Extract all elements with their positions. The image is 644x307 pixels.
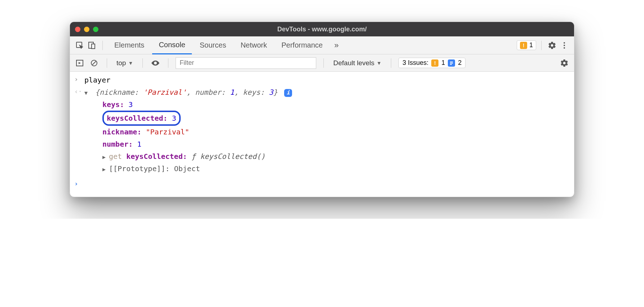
- divider: [107, 58, 107, 68]
- divider: [391, 58, 391, 68]
- clear-console-icon[interactable]: [89, 58, 100, 68]
- tab-elements[interactable]: Elements: [108, 36, 151, 54]
- filter-input[interactable]: [176, 57, 316, 69]
- devtools-window: DevTools - www.google.com/ Elements Cons…: [70, 22, 574, 197]
- inspect-element-icon[interactable]: [74, 40, 85, 51]
- kebab-menu-icon[interactable]: [559, 40, 570, 51]
- levels-label: Default levels: [333, 59, 374, 67]
- execution-context-selector[interactable]: top ▼: [114, 59, 135, 67]
- svg-point-3: [564, 42, 565, 44]
- warning-icon: !: [431, 59, 438, 67]
- svg-line-8: [92, 61, 96, 65]
- log-levels-selector[interactable]: Default levels ▼: [331, 59, 384, 67]
- top-issues-badge[interactable]: ! 1: [517, 40, 536, 50]
- divider: [541, 41, 542, 50]
- settings-gear-icon[interactable]: [547, 40, 557, 51]
- divider: [142, 58, 143, 68]
- live-expression-eye-icon[interactable]: [150, 58, 161, 68]
- highlight-annotation: keysCollected: 3: [102, 111, 181, 126]
- svg-rect-10: [450, 63, 453, 63]
- output-caret-icon: ‹·: [74, 86, 84, 97]
- console-input-line[interactable]: › player: [70, 74, 574, 86]
- window-title: DevTools - www.google.com/: [70, 26, 574, 33]
- minimize-window-button[interactable]: [84, 27, 89, 32]
- window-titlebar: DevTools - www.google.com/: [70, 22, 574, 36]
- svg-point-5: [564, 47, 565, 49]
- info-icon[interactable]: i: [284, 89, 292, 97]
- top-issues-count: 1: [529, 41, 533, 49]
- chevron-down-icon: ▼: [128, 60, 133, 66]
- object-prototype[interactable]: ▶[[Prototype]]: Object: [70, 163, 574, 175]
- disclosure-triangle-open-icon[interactable]: ▼: [84, 89, 91, 98]
- tab-network[interactable]: Network: [234, 36, 273, 54]
- issues-label: 3 Issues:: [402, 59, 428, 67]
- svg-rect-9: [450, 62, 453, 62]
- warning-icon: !: [520, 42, 527, 49]
- issues-info-count: 2: [458, 59, 462, 67]
- disclosure-triangle-closed-icon[interactable]: ▶: [102, 165, 109, 174]
- tab-console[interactable]: Console: [152, 36, 191, 54]
- tab-performance[interactable]: Performance: [275, 36, 330, 54]
- svg-point-4: [564, 45, 565, 46]
- divider: [102, 41, 103, 50]
- svg-rect-11: [450, 64, 452, 65]
- disclosure-triangle-closed-icon[interactable]: ▶: [102, 153, 109, 162]
- console-settings-gear-icon[interactable]: [559, 58, 570, 68]
- divider: [323, 58, 324, 68]
- tab-sources[interactable]: Sources: [193, 36, 233, 54]
- object-getter[interactable]: ▶get keysCollected: ƒ keysCollected(): [70, 150, 574, 163]
- traffic-lights: [75, 27, 98, 32]
- console-output: › player ‹· ▼ {nickname: 'Parzival', num…: [70, 72, 574, 197]
- console-prompt-line[interactable]: ›: [70, 178, 574, 190]
- maximize-window-button[interactable]: [93, 27, 98, 32]
- issues-warn-count: 1: [441, 59, 445, 67]
- object-preview[interactable]: ▼ {nickname: 'Parzival', number: 1, keys…: [84, 86, 292, 98]
- divider: [168, 58, 168, 68]
- device-toolbar-icon[interactable]: [87, 40, 97, 51]
- context-label: top: [116, 59, 126, 67]
- console-input-text: player: [84, 74, 110, 86]
- more-tabs-button[interactable]: »: [331, 41, 342, 50]
- object-property-keys[interactable]: keys: 3: [70, 98, 574, 111]
- object-property-nickname[interactable]: nickname: "Parzival": [70, 126, 574, 138]
- object-property-keys-collected[interactable]: keysCollected: 3: [70, 111, 574, 126]
- chevron-down-icon: ▼: [376, 60, 381, 66]
- input-caret-icon: ›: [74, 74, 84, 85]
- prompt-caret-icon: ›: [74, 178, 84, 190]
- devtools-tabbar: Elements Console Sources Network Perform…: [70, 36, 574, 54]
- console-output-line[interactable]: ‹· ▼ {nickname: 'Parzival', number: 1, k…: [70, 86, 574, 98]
- svg-rect-2: [92, 44, 95, 49]
- issues-pill[interactable]: 3 Issues: ! 1 2: [398, 58, 466, 68]
- close-window-button[interactable]: [75, 27, 80, 32]
- info-icon: [448, 59, 455, 67]
- toggle-sidebar-icon[interactable]: [74, 58, 85, 68]
- object-property-number[interactable]: number: 1: [70, 138, 574, 150]
- console-toolbar: top ▼ Default levels ▼ 3 Issues: ! 1 2: [70, 54, 574, 72]
